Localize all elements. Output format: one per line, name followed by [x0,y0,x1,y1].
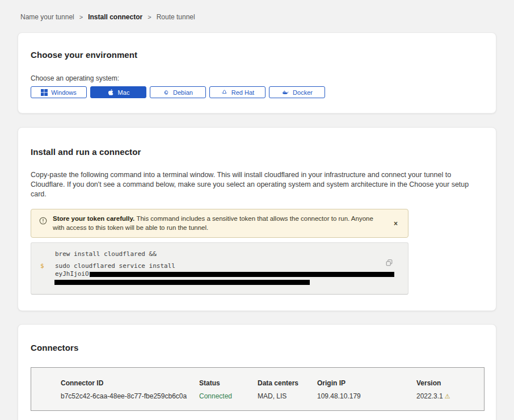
column-header-data-centers: Data centers [258,379,317,387]
code-line-token: eyJhIjoiO [40,270,385,278]
shell-prompt: $ [40,262,55,270]
os-button-windows[interactable]: Windows [31,86,87,98]
install-command-code-block: brew install cloudflared && $sudo cloudf… [31,242,408,295]
origin-ip-value: 109.48.10.179 [317,392,416,400]
column-header-connector-id: Connector ID [61,379,199,387]
os-button-redhat[interactable]: Red Hat [209,86,266,98]
redacted-token-bar [90,272,394,277]
table-row: b7c52c42-6caa-48ee-8c77-fbe259cb6c0a Con… [31,392,484,400]
connector-id-value: b7c52c42-6caa-48ee-8c77-fbe259cb6c0a [61,392,199,400]
code-line-token-2 [40,278,385,286]
copy-icon[interactable] [385,259,393,267]
column-header-status: Status [199,379,258,387]
token-warning-text: Store your token carefully. This command… [53,215,380,232]
connectors-card: Connectors Connector ID Status Data cent… [18,324,496,420]
install-connector-description: Copy-paste the following command into a … [31,170,483,199]
breadcrumb-install-connector[interactable]: Install connector [88,13,142,21]
choose-environment-title: Choose your environment [31,50,483,60]
connectors-table: Connector ID Status Data centers Origin … [31,367,484,411]
breadcrumb-separator: > [148,14,151,20]
data-centers-value: MAD, LIS [258,392,317,400]
breadcrumb-separator: > [79,14,83,20]
status-badge: Connected [199,392,258,400]
os-button-label: Mac [118,89,130,96]
breadcrumb-route-tunnel[interactable]: Route tunnel [157,13,195,21]
breadcrumb-name-your-tunnel[interactable]: Name your tunnel [20,13,74,21]
redacted-token-bar [54,280,310,285]
token-warning-title: Store your token carefully. [53,215,136,222]
install-connector-card: Install and run a connector Copy-paste t… [18,127,496,311]
os-button-label: Windows [51,89,77,96]
install-connector-title: Install and run a connector [31,147,483,157]
version-value: 2022.3.1⚠ [416,392,484,400]
os-button-label: Docker [293,89,313,96]
code-line-2: $sudo cloudflared service install [40,262,385,270]
os-button-debian[interactable]: Debian [150,86,206,98]
column-header-version: Version [416,379,484,387]
os-button-mac[interactable]: Mac [90,86,146,98]
os-button-label: Red Hat [231,89,254,96]
table-header-row: Connector ID Status Data centers Origin … [31,379,484,387]
os-select-label: Choose an operating system: [31,74,483,82]
docker-icon [281,89,289,96]
os-button-group: Windows Mac Debian Red Hat Docker [31,86,483,98]
close-icon[interactable]: × [390,219,401,228]
apple-icon [107,89,115,96]
redhat-icon [221,89,228,96]
token-warning-banner: Store your token carefully. This command… [31,209,408,238]
os-button-label: Debian [173,89,193,96]
breadcrumb: Name your tunnel > Install connector > R… [0,0,514,21]
windows-icon [41,89,48,96]
choose-environment-card: Choose your environment Choose an operat… [18,32,496,114]
warning-triangle-icon: ⚠ [445,393,450,400]
alert-circle-icon [39,217,47,227]
column-header-origin-ip: Origin IP [317,379,416,387]
connectors-title: Connectors [31,343,483,352]
debian-icon [163,89,170,96]
os-button-docker[interactable]: Docker [269,86,325,98]
code-line-1: brew install cloudflared && [40,250,385,258]
